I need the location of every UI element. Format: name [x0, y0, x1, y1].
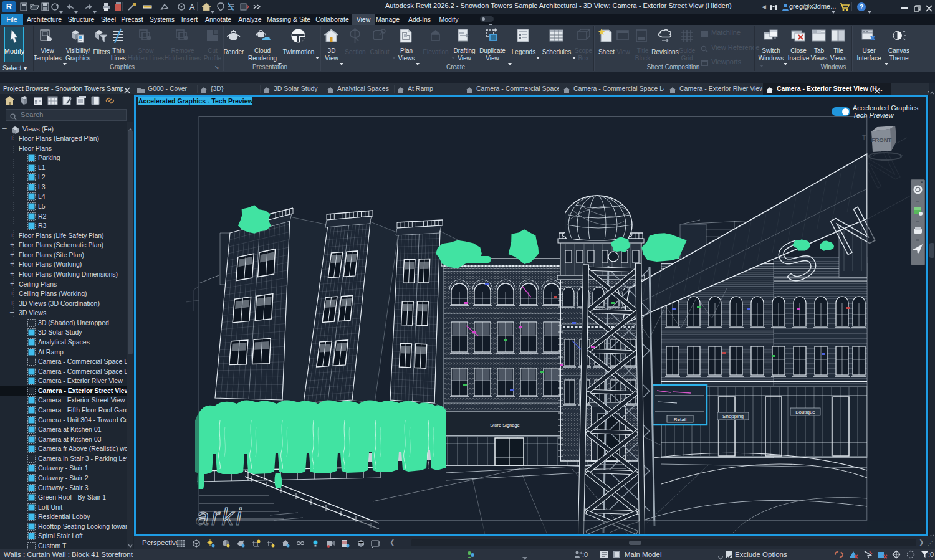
svg-text:FRONT: FRONT: [871, 136, 892, 143]
svg-text:Retail: Retail: [674, 417, 687, 422]
svg-text:?: ?: [860, 3, 864, 11]
svg-text:A: A: [189, 2, 195, 12]
svg-text:Store Signage: Store Signage: [490, 422, 520, 428]
svg-text:Shopping: Shopping: [722, 414, 744, 419]
svg-text:Boutique: Boutique: [795, 409, 815, 415]
